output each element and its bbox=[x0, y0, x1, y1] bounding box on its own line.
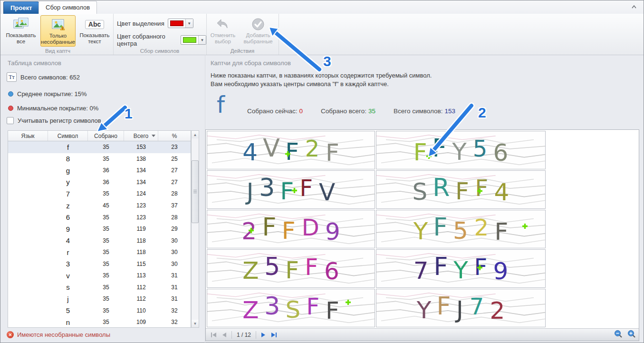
table-row[interactable]: 63512328 bbox=[8, 211, 191, 223]
undo-icon bbox=[207, 16, 239, 32]
scroll-down-icon[interactable]: ▼ bbox=[192, 320, 199, 327]
captcha-char: Y bbox=[417, 298, 432, 322]
cell-total: 119 bbox=[124, 225, 158, 232]
group-caption-collect: Сбор символов bbox=[113, 48, 206, 54]
filter-arrow-icon[interactable] bbox=[152, 135, 155, 137]
table-row[interactable]: y3613427 bbox=[8, 176, 191, 188]
captcha-cell-SRFF4[interactable]: SRFF4 bbox=[376, 170, 546, 209]
table-row[interactable]: g3613427 bbox=[8, 165, 191, 176]
all-symbols-value: 153 bbox=[444, 108, 455, 115]
zoom-out-icon[interactable] bbox=[614, 330, 623, 340]
scrollbar-thumb[interactable] bbox=[192, 160, 199, 223]
captcha-char: 9 bbox=[325, 220, 340, 244]
captcha-cell-YF52F[interactable]: YF52F bbox=[376, 210, 546, 248]
next-page-button[interactable] bbox=[258, 330, 269, 340]
collected-now-label: Собрано сейчас: bbox=[247, 108, 298, 115]
captcha-char: 6 bbox=[493, 141, 509, 165]
collected-total-value: 35 bbox=[368, 108, 375, 115]
last-page-button[interactable] bbox=[269, 330, 279, 340]
add-selected-button[interactable]: Добавить выбранные bbox=[240, 15, 276, 47]
column-header-language[interactable]: Язык bbox=[8, 131, 48, 141]
cell-percent: 31 bbox=[158, 284, 191, 291]
captcha-char: 4 bbox=[494, 180, 509, 204]
captcha-cell-7FYF9[interactable]: 7FYF9 bbox=[376, 249, 546, 288]
table-row[interactable]: z4512337 bbox=[8, 200, 191, 212]
chevron-down-icon[interactable]: ▼ bbox=[185, 19, 193, 28]
tab-project[interactable]: Проект bbox=[3, 1, 39, 14]
cell-collected: 35 bbox=[88, 307, 124, 314]
scroll-up-icon[interactable]: ▲ bbox=[192, 131, 199, 138]
captcha-char: V bbox=[263, 136, 280, 160]
captcha-cell-Z5FF6[interactable]: Z5FF6 bbox=[207, 249, 375, 288]
blue-dot-icon bbox=[8, 91, 13, 97]
captcha-char: F bbox=[285, 140, 299, 164]
collected-now-value: 0 bbox=[299, 108, 303, 115]
center-color-dropdown[interactable]: ▼ bbox=[181, 35, 206, 45]
captcha-char: 5 bbox=[453, 219, 468, 243]
cell-symbol: 9 bbox=[48, 225, 88, 233]
cell-symbol: 4 bbox=[48, 236, 88, 245]
captcha-char: 4 bbox=[242, 140, 258, 164]
page-indicator: 1 / 12 bbox=[234, 332, 254, 338]
column-header-symbol[interactable]: Символ bbox=[48, 131, 88, 141]
table-row[interactable]: s3511231 bbox=[8, 282, 191, 294]
table-row[interactable]: r3511830 bbox=[8, 246, 191, 258]
cell-collected: 35 bbox=[88, 214, 124, 221]
cell-percent: 27 bbox=[158, 179, 191, 186]
table-row[interactable]: j3511231 bbox=[8, 293, 191, 305]
center-color-label: Цвет собранного центра bbox=[117, 33, 177, 47]
column-header-collected[interactable]: Собрано bbox=[88, 131, 124, 141]
case-sensitive-checkbox[interactable] bbox=[7, 117, 14, 124]
chevron-down-icon[interactable]: ▼ bbox=[198, 36, 206, 44]
cell-symbol: 8 bbox=[48, 155, 88, 163]
captcha-cell-FFY56[interactable]: FFY56 bbox=[376, 131, 546, 169]
cell-percent: 25 bbox=[158, 156, 191, 162]
cell-collected: 35 bbox=[88, 261, 124, 267]
collected-total-label: Собрано всего: bbox=[321, 108, 366, 115]
show-all-button[interactable]: Показывать все bbox=[3, 15, 38, 47]
column-header-total[interactable]: Всего bbox=[124, 131, 158, 141]
captcha-char: 9 bbox=[493, 259, 509, 283]
cell-total: 124 bbox=[124, 190, 158, 197]
captcha-cell-Z3SFF[interactable]: Z3SFF bbox=[207, 289, 375, 327]
captcha-char: Y bbox=[453, 258, 468, 282]
captcha-cell-J3FFV[interactable]: J3FFV bbox=[207, 170, 375, 209]
table-row[interactable]: 33511530 bbox=[8, 258, 191, 270]
selection-color-dropdown[interactable]: ▼ bbox=[168, 19, 193, 28]
captcha-char: F bbox=[474, 256, 487, 279]
tab-collect-symbols[interactable]: Сбор символов bbox=[38, 1, 97, 14]
table-row[interactable]: 53511032 bbox=[8, 305, 191, 317]
captcha-cell-4VF2F[interactable]: 4VF2F bbox=[207, 131, 375, 169]
undo-selection-button[interactable]: Отменить выбор bbox=[207, 15, 239, 47]
first-page-button[interactable] bbox=[209, 330, 219, 340]
table-row[interactable]: 73512428 bbox=[8, 188, 191, 200]
table-row[interactable]: n3510932 bbox=[8, 316, 191, 328]
table-row[interactable]: f3515323 bbox=[8, 141, 191, 153]
selection-color-swatch bbox=[170, 20, 183, 26]
cell-symbol: f bbox=[48, 143, 88, 151]
cell-percent: 27 bbox=[158, 167, 191, 174]
table-row[interactable]: 93511929 bbox=[8, 223, 191, 235]
table-row[interactable]: v3511331 bbox=[8, 270, 191, 282]
captcha-char: F bbox=[300, 177, 313, 200]
table-scrollbar[interactable]: ▲ ▼ bbox=[191, 130, 199, 328]
table-row[interactable]: 83513825 bbox=[8, 153, 191, 165]
captcha-char: F bbox=[307, 295, 320, 318]
table-row[interactable]: 43511830 bbox=[8, 235, 191, 246]
ribbon-group-view: Показывать все Только несобранные Abc По… bbox=[2, 14, 114, 55]
only-uncollected-button[interactable]: Только несобранные bbox=[40, 15, 76, 47]
cell-symbol: r bbox=[48, 248, 88, 256]
previous-page-button[interactable] bbox=[219, 330, 230, 340]
font-icon: Tт bbox=[7, 72, 17, 82]
ribbon-collapse-icon[interactable] bbox=[630, 3, 638, 11]
zoom-in-icon[interactable] bbox=[627, 330, 636, 340]
captcha-cell-YFJ72[interactable]: YFJ72 bbox=[376, 289, 546, 327]
captcha-char: 6 bbox=[324, 259, 339, 283]
stat-minimal-coverage-text: Минимальное покрытие: 0% bbox=[17, 105, 98, 112]
captcha-char: 3 bbox=[264, 294, 280, 318]
captcha-char: F bbox=[433, 215, 448, 239]
ribbon-group-actions: Отменить выбор Добавить выбранные Действ… bbox=[206, 14, 279, 55]
show-text-button[interactable]: Abc Показывать текст bbox=[77, 15, 112, 47]
column-header-percent[interactable]: % bbox=[158, 131, 191, 141]
captcha-cell-2FFD9[interactable]: 2FFD9 bbox=[207, 210, 375, 248]
